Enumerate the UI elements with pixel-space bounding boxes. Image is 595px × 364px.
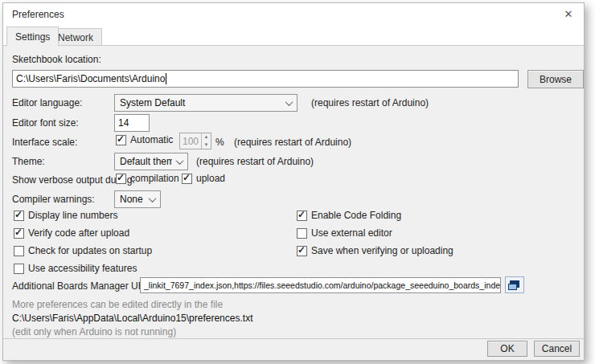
- checkbox-box[interactable]: ✓: [14, 211, 24, 221]
- window-title: Preferences: [12, 9, 64, 20]
- checkbox-box[interactable]: ✓: [14, 228, 24, 239]
- checkbox-box[interactable]: ✓: [14, 264, 24, 274]
- editor-language-note: (requires restart of Arduino): [311, 97, 429, 108]
- interface-scale-label: Interface scale:: [12, 137, 77, 148]
- checkbox-use-external-editor[interactable]: ✓ Use external editor: [297, 227, 392, 239]
- checkbox-box[interactable]: ✓: [297, 211, 307, 221]
- verbose-upload-label: upload: [196, 173, 225, 184]
- tab-strip: Settings Network: [3, 26, 584, 46]
- compiler-warnings-value: None: [120, 194, 145, 205]
- sketchbook-location-value: C:\Users\Faris\Documents\Arduino: [16, 73, 165, 84]
- percent-sign: %: [215, 137, 224, 148]
- text-caret: [166, 73, 166, 84]
- browse-button[interactable]: Browse: [527, 70, 584, 88]
- checkbox-enable-code-folding[interactable]: ✓ Enable Code Folding: [297, 210, 401, 221]
- bottom-divider: [3, 338, 584, 339]
- checkbox-verify-code-after-upload[interactable]: ✓ Verify code after upload: [14, 227, 129, 239]
- editor-language-label: Editor language:: [12, 97, 82, 108]
- preferences-file-path: C:\Users\Faris\AppData\Local\Arduino15\p…: [12, 313, 252, 324]
- checkbox-box[interactable]: ✓: [116, 174, 126, 184]
- more-preferences-text: More preferences can be edited directly …: [12, 299, 223, 310]
- boards-manager-urls-input[interactable]: _linkit_7697_index.json,https://files.se…: [140, 277, 501, 293]
- checkbox-label: Use accessibility features: [28, 263, 137, 274]
- boards-manager-urls-value: _linkit_7697_index.json,https://files.se…: [144, 280, 501, 290]
- close-icon[interactable]: ✕: [561, 7, 576, 22]
- theme-note: (requires restart of Arduino): [196, 156, 314, 167]
- theme-label: Theme:: [12, 156, 45, 167]
- verbose-upload-checkbox[interactable]: ✓ upload: [182, 173, 225, 184]
- preferences-dialog: Preferences ✕ Settings Network Sketchboo…: [2, 2, 585, 361]
- checkbox-box[interactable]: ✓: [182, 174, 192, 184]
- editor-language-value: System Default: [120, 97, 281, 108]
- ok-button[interactable]: OK: [487, 341, 527, 357]
- automatic-scale-checkbox-label: Automatic: [130, 134, 173, 145]
- open-urls-list-button[interactable]: [505, 276, 524, 293]
- checkbox-use-accessibility-features[interactable]: ✓ Use accessibility features: [14, 263, 137, 274]
- editor-language-dropdown[interactable]: System Default: [114, 94, 298, 112]
- compiler-warnings-label: Compiler warnings:: [12, 194, 95, 205]
- theme-dropdown[interactable]: Default theme: [114, 153, 188, 170]
- title-bar: Preferences ✕: [3, 3, 584, 26]
- chevron-down-icon: [285, 98, 293, 106]
- checkbox-display-line-numbers[interactable]: ✓ Display line numbers: [14, 210, 117, 221]
- window-icon: [508, 284, 517, 290]
- scale-percent-spinner[interactable]: 100 ▲▼: [179, 133, 211, 149]
- checkbox-label: Use external editor: [311, 227, 392, 239]
- boards-manager-urls-label: Additional Boards Manager URLs:: [12, 280, 158, 292]
- checkbox-label: Verify code after upload: [28, 227, 129, 239]
- settings-panel: Sketchbook location: C:\Users\Faris\Docu…: [3, 45, 584, 360]
- checkbox-check-for-updates[interactable]: ✓ Check for updates on startup: [14, 245, 152, 256]
- editor-font-size-value: 14: [118, 117, 129, 129]
- sketchbook-location-input[interactable]: C:\Users\Faris\Documents\Arduino: [12, 70, 519, 88]
- automatic-scale-checkbox[interactable]: ✓ Automatic: [116, 134, 173, 145]
- sketchbook-location-label: Sketchbook location:: [12, 54, 101, 65]
- checkbox-label: Check for updates on startup: [28, 245, 152, 256]
- chevron-down-icon: [176, 157, 184, 165]
- checkbox-save-when-verifying[interactable]: ✓ Save when verifying or uploading: [297, 245, 453, 256]
- chevron-down-icon: [149, 194, 157, 202]
- checkbox-box[interactable]: ✓: [297, 228, 307, 239]
- spinner-arrows-icon[interactable]: ▲▼: [201, 133, 211, 149]
- edit-only-note: (edit only when Arduino is not running): [12, 326, 176, 337]
- tab-settings[interactable]: Settings: [6, 27, 59, 46]
- checkbox-label: Display line numbers: [28, 210, 117, 221]
- verbose-compilation-label: compilation: [130, 173, 179, 184]
- editor-font-size-label: Editor font size:: [12, 117, 79, 129]
- compiler-warnings-dropdown[interactable]: None: [114, 190, 161, 208]
- interface-scale-note: (requires restart of Arduino): [234, 137, 351, 148]
- checkbox-label: Save when verifying or uploading: [311, 245, 453, 256]
- checkbox-box[interactable]: ✓: [14, 246, 24, 256]
- checkbox-box[interactable]: ✓: [297, 246, 307, 256]
- verbose-compilation-checkbox[interactable]: ✓ compilation: [116, 173, 179, 184]
- editor-font-size-input[interactable]: 14: [114, 114, 150, 132]
- checkbox-label: Enable Code Folding: [311, 210, 401, 221]
- scale-percent-value: 100: [180, 133, 201, 149]
- checkbox-box[interactable]: ✓: [116, 135, 126, 145]
- cancel-button[interactable]: Cancel: [534, 341, 580, 357]
- theme-value: Default theme: [120, 156, 172, 167]
